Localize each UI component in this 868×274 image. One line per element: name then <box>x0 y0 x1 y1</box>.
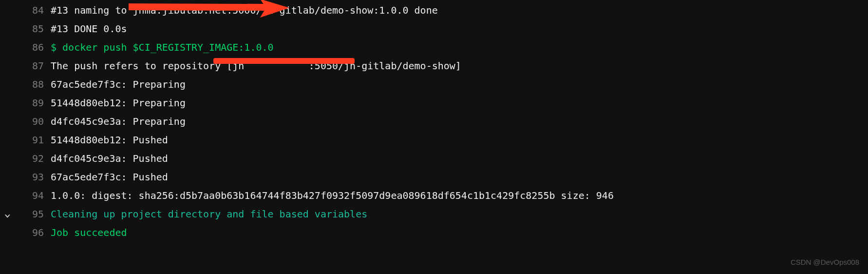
line-number: 90 <box>25 112 44 131</box>
line-content: 1.0.0: digest: sha256:d5b7aa0b63b164744f… <box>51 186 614 205</box>
line-content: 67ac5ede7f3c: Preparing <box>51 75 186 94</box>
line-content: 51448d80eb12: Pushed <box>51 131 168 149</box>
log-line: 90d4fc045c9e3a: Preparing <box>25 112 868 131</box>
line-content: d4fc045c9e3a: Preparing <box>51 112 186 131</box>
log-line: 92d4fc045c9e3a: Pushed <box>25 149 868 168</box>
line-number: 84 <box>25 1 44 20</box>
log-line: 84#13 naming to jhma.jibulab.net:5000/jh… <box>25 1 868 20</box>
log-output: 84#13 naming to jhma.jibulab.net:5000/jh… <box>0 0 868 242</box>
log-line: 941.0.0: digest: sha256:d5b7aa0b63b16474… <box>25 186 868 205</box>
line-number: 92 <box>25 149 44 168</box>
line-content: 51448d80eb12: Preparing <box>51 94 186 112</box>
line-number: 94 <box>25 186 44 205</box>
line-number: 86 <box>25 38 44 57</box>
line-content: 67ac5ede7f3c: Pushed <box>51 168 168 186</box>
line-content: #13 DONE 0.0s <box>51 20 127 38</box>
log-line: 8867ac5ede7f3c: Preparing <box>25 75 868 94</box>
log-line: 96Job succeeded <box>25 223 868 242</box>
log-line: 95Cleaning up project directory and file… <box>25 205 868 223</box>
line-number: 87 <box>25 57 44 75</box>
line-content: Job succeeded <box>51 223 127 242</box>
line-content: The push refers to repository [jh :5050/… <box>51 57 461 75</box>
line-number: 95 <box>25 205 44 223</box>
log-line: 86$ docker push $CI_REGISTRY_IMAGE:1.0.0 <box>25 38 868 57</box>
log-line: 8951448d80eb12: Preparing <box>25 94 868 112</box>
watermark-text: CSDN @DevOps008 <box>791 255 859 270</box>
log-line: 9151448d80eb12: Pushed <box>25 131 868 149</box>
log-line: 87The push refers to repository [jh :505… <box>25 57 868 75</box>
line-number: 91 <box>25 131 44 149</box>
line-number: 85 <box>25 20 44 38</box>
line-number: 89 <box>25 94 44 112</box>
line-number: 96 <box>25 223 44 242</box>
line-content: #13 naming to jhma.jibulab.net:5000/jh-g… <box>51 1 438 20</box>
line-number: 93 <box>25 168 44 186</box>
line-number: 88 <box>25 75 44 94</box>
line-content: Cleaning up project directory and file b… <box>51 205 367 223</box>
log-line: 85#13 DONE 0.0s <box>25 20 868 38</box>
line-content: d4fc045c9e3a: Pushed <box>51 149 168 168</box>
log-line: 9367ac5ede7f3c: Pushed <box>25 168 868 186</box>
line-content: $ docker push $CI_REGISTRY_IMAGE:1.0.0 <box>51 38 274 57</box>
collapse-chevron-icon[interactable]: ⌄ <box>4 205 11 222</box>
